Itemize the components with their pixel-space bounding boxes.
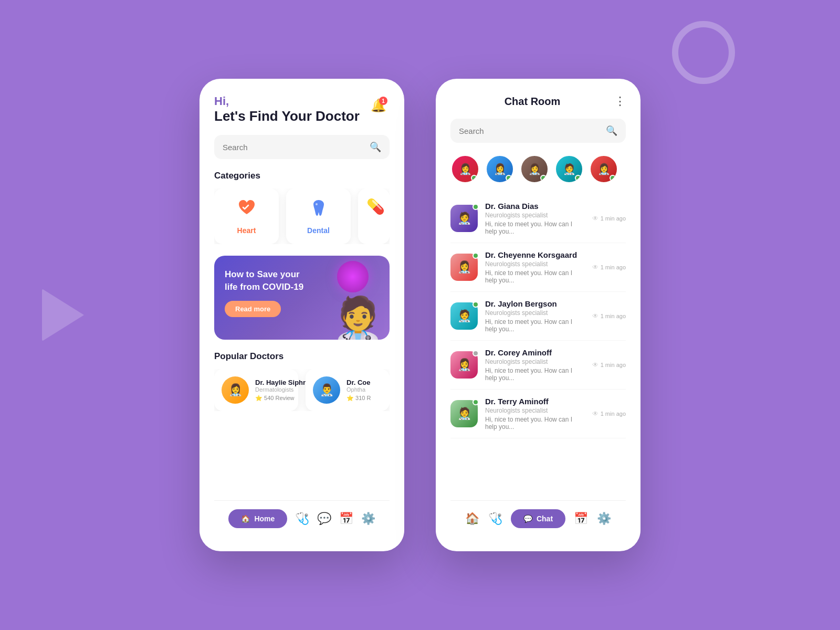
settings-nav-icon: ⚙️ [361,512,375,526]
chat-preview-5: Hi, nice to meet you. How can I help you… [485,416,585,430]
popular-doctors-title: Popular Doctors [214,351,390,362]
rp-calendar-icon: 📅 [574,512,588,526]
covid-banner-text: How to Save your life from COVID-19 [225,268,309,293]
chat-time-5: 👁 1 min ago [592,410,626,417]
chat-nav-icon: 💬 [317,512,331,526]
rp-nav-stethoscope[interactable]: 🩺 [488,512,502,526]
chat-specialty-5: Neurologists specialist [485,407,585,414]
rp-search-input[interactable] [459,127,606,135]
search-icon: 🔍 [370,141,381,153]
chat-preview-1: Hi, nice to meet you. How can I help you… [485,220,585,235]
chat-content-5: Dr. Terry Aminoff Neurologists specialis… [485,397,585,430]
chat-online-dot-2 [472,253,479,259]
search-input[interactable] [223,143,370,152]
chat-online-dot-4 [472,350,479,356]
chat-name-1: Dr. Giana Dias [485,202,585,211]
covid-banner: How to Save your life from COVID-19 Read… [214,256,390,340]
greeting-title: Let's Find Your Doctor [214,108,360,124]
chat-btn-icon: 💬 [523,514,532,523]
online-indicator-3 [540,175,547,181]
chat-avatar-1: 🧑‍⚕️ [450,205,478,232]
chat-item-1[interactable]: 🧑‍⚕️ Dr. Giana Dias Neurologists special… [450,194,626,243]
stethoscope-nav-icon: 🩺 [295,512,309,526]
eye-icon-2: 👁 [592,264,598,271]
notification-bell[interactable]: 🔔 1 [368,94,390,117]
chat-name-4: Dr. Corey Aminoff [485,348,585,357]
lp-header: Hi, Let's Find Your Doctor 🔔 1 [214,94,390,124]
online-avatars-row: 👩‍⚕️ 👩‍⚕️ 👩‍⚕️ 🧑‍⚕️ 👩‍⚕️ [450,154,626,184]
doctor-illustration: 🧑‍⚕️ [332,298,384,340]
read-more-button[interactable]: Read more [225,301,281,317]
coe-name: Dr. Coe [346,379,371,386]
categories-row: Heart Dental 💊 [214,188,390,244]
phones-container: Hi, Let's Find Your Doctor 🔔 1 🔍 Categor… [200,79,640,551]
chat-item-3[interactable]: 🧑‍⚕️ Dr. Jaylon Bergson Neurologists spe… [450,292,626,341]
chat-item-2[interactable]: 👩‍⚕️ Dr. Cheyenne Korsgaard Neurologists… [450,243,626,292]
online-indicator-2 [506,175,512,181]
online-avatar-5[interactable]: 👩‍⚕️ [589,154,618,184]
dental-category-icon [297,198,340,222]
time-1: 1 min ago [601,215,626,222]
rp-nav-home[interactable]: 🏠 [465,512,479,526]
rp-home-icon: 🏠 [465,512,479,526]
chat-time-3: 👁 1 min ago [592,312,626,320]
menu-dots-icon[interactable]: ⋮ [614,94,626,108]
greeting-block: Hi, Let's Find Your Doctor [214,94,360,124]
bg-decoration-circle [672,21,735,84]
category-heart[interactable]: Heart [214,188,279,244]
online-indicator-1 [471,175,477,181]
chat-name-3: Dr. Jaylon Bergson [485,299,585,308]
chat-specialty-3: Neurologists specialist [485,309,585,317]
eye-icon-1: 👁 [592,215,598,222]
rp-header: Chat Room ⋮ [450,94,626,108]
chat-item-4[interactable]: 👩‍⚕️ Dr. Corey Aminoff Neurologists spec… [450,341,626,390]
doctor-card-haylie[interactable]: 👩‍⚕️ Dr. Haylie Siphron Dermatologists ⭐… [214,369,298,411]
eye-icon-4: 👁 [592,361,598,369]
doctor-card-coe[interactable]: 👨‍⚕️ Dr. Coe Ophtha ⭐ 310 R [306,369,390,411]
nav-calendar[interactable]: 📅 [339,512,353,526]
rp-nav-calendar[interactable]: 📅 [574,512,588,526]
left-bottom-nav: 🏠 Home 🩺 💬 📅 ⚙️ [214,500,390,541]
chat-time-1: 👁 1 min ago [592,215,626,222]
nav-settings[interactable]: ⚙️ [361,512,375,526]
eye-icon-3: 👁 [592,312,598,320]
online-avatar-2[interactable]: 👩‍⚕️ [485,154,514,184]
rp-search-icon: 🔍 [606,125,617,136]
rp-nav-chat[interactable]: 💬 Chat [511,509,565,528]
online-indicator-5 [610,175,616,181]
category-dental[interactable]: Dental [286,188,351,244]
star-icon-2: ⭐ [346,395,354,401]
coe-avatar: 👨‍⚕️ [313,376,340,404]
chatroom-title: Chat Room [505,96,561,108]
rp-stethoscope-icon: 🩺 [488,512,502,526]
chat-online-dot-3 [472,301,479,308]
rp-settings-icon: ⚙️ [597,512,611,526]
time-2: 1 min ago [601,264,626,270]
online-avatar-3[interactable]: 👩‍⚕️ [520,154,549,184]
chat-specialty-4: Neurologists specialist [485,358,585,365]
home-nav-button[interactable]: 🏠 Home [228,509,287,528]
online-avatar-1[interactable]: 👩‍⚕️ [450,154,480,184]
notification-badge: 1 [379,97,387,105]
chat-item-5[interactable]: 🧑‍⚕️ Dr. Terry Aminoff Neurologists spec… [450,390,626,438]
chat-preview-2: Hi, nice to meet you. How can I help you… [485,269,585,284]
greeting-hi: Hi, [214,94,360,108]
search-bar[interactable]: 🔍 [214,135,390,159]
coe-rating: ⭐ 310 R [346,395,371,402]
chat-nav-button[interactable]: 💬 Chat [511,509,565,528]
nav-home[interactable]: 🏠 Home [228,509,287,528]
online-avatar-4[interactable]: 🧑‍⚕️ [554,154,584,184]
rp-nav-settings[interactable]: ⚙️ [597,512,611,526]
chat-specialty-2: Neurologists specialist [485,260,585,268]
nav-stethoscope[interactable]: 🩺 [295,512,309,526]
chat-avatar-4: 👩‍⚕️ [450,351,478,379]
category-more[interactable]: 💊 [358,188,390,244]
doctors-list: 👩‍⚕️ Dr. Haylie Siphron Dermatologists ⭐… [214,369,390,411]
nav-chat[interactable]: 💬 [317,512,331,526]
chat-content-4: Dr. Corey Aminoff Neurologists specialis… [485,348,585,382]
heart-category-icon [225,198,268,222]
rp-search-bar[interactable]: 🔍 [450,119,626,143]
haylie-reviews: 540 Review [264,395,294,401]
chat-name-2: Dr. Cheyenne Korsgaard [485,250,585,259]
online-indicator-4 [575,175,581,181]
